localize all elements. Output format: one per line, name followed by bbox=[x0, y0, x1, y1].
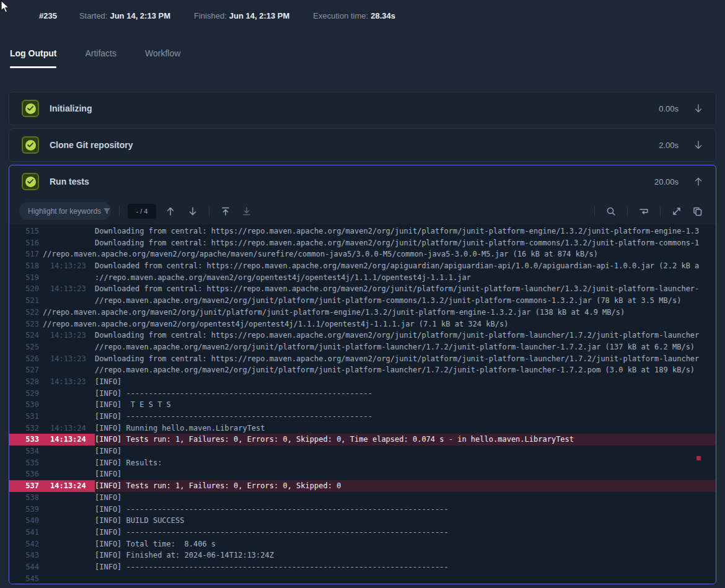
log-line-timestamp: 14:13:24 bbox=[39, 480, 95, 492]
log-line: 519://repo.maven.apache.org/maven2/org/o… bbox=[9, 272, 716, 284]
log-line-timestamp: 14:13:24 bbox=[39, 423, 95, 434]
log-line-timestamp bbox=[39, 538, 95, 550]
log-line-text: [INFO] bbox=[95, 468, 121, 480]
log-line-text: //repo.maven.apache.org/maven2/org/apach… bbox=[39, 248, 598, 260]
chevron-up-icon[interactable] bbox=[693, 177, 703, 186]
tab-artifacts[interactable]: Artifacts bbox=[85, 48, 116, 68]
search-icon[interactable] bbox=[603, 203, 619, 219]
build-execution-time: Execution time:28.34s bbox=[313, 11, 395, 20]
step-initializing-header[interactable]: Initializing 0.00s bbox=[9, 92, 716, 125]
log-line-timestamp bbox=[39, 468, 95, 480]
word-wrap-icon[interactable] bbox=[636, 203, 652, 219]
step-title: Clone Git repository bbox=[50, 140, 659, 150]
toolbar-divider bbox=[594, 206, 595, 216]
log-line-number: 541 bbox=[9, 527, 39, 538]
log-line: 517//repo.maven.apache.org/maven2/org/ap… bbox=[9, 248, 716, 260]
log-line: 52414:13:23Downloading from central: htt… bbox=[9, 330, 716, 341]
log-line-text: [INFO] Tests run: 1, Failures: 0, Errors… bbox=[95, 480, 341, 492]
log-line-timestamp bbox=[39, 445, 95, 457]
log-line-timestamp bbox=[39, 341, 95, 353]
build-header: #235 Started:Jun 14, 2:13 PM Finished:Ju… bbox=[39, 11, 419, 20]
tab-workflow[interactable]: Workflow bbox=[145, 48, 180, 68]
log-line-timestamp bbox=[39, 550, 95, 561]
log-line-number: 521 bbox=[9, 295, 39, 307]
filter-funnel-icon[interactable] bbox=[101, 206, 112, 217]
log-line-text: Downloading from central: https://repo.m… bbox=[95, 237, 699, 249]
step-run-tests-header[interactable]: Run tests 20.00s bbox=[9, 165, 716, 198]
log-line-number: 532 bbox=[9, 423, 39, 434]
log-line: 543[INFO] Finished at: 2024-06-14T12:13:… bbox=[9, 550, 716, 561]
chevron-down-icon[interactable] bbox=[693, 140, 703, 150]
toolbar-divider bbox=[660, 206, 661, 216]
log-line-text: //repo.maven.apache.org/maven2/org/opent… bbox=[39, 318, 508, 330]
log-line-timestamp bbox=[39, 527, 95, 538]
log-line-timestamp bbox=[39, 364, 95, 376]
previous-match-icon[interactable] bbox=[162, 203, 178, 219]
log-line-number: 536 bbox=[9, 468, 39, 480]
scroll-to-bottom-icon[interactable] bbox=[239, 203, 255, 219]
log-line-timestamp bbox=[39, 515, 95, 527]
success-check-icon bbox=[22, 100, 39, 117]
log-line: 53314:13:24[INFO] Tests run: 1, Failures… bbox=[9, 434, 716, 445]
log-line-number: 539 bbox=[9, 504, 39, 516]
log-toolbar: Highlight for keywords - / 4 bbox=[9, 198, 716, 224]
log-line: 534[INFO] bbox=[9, 445, 716, 457]
highlight-keywords-placeholder: Highlight for keywords bbox=[28, 207, 101, 216]
tab-log-output[interactable]: Log Output bbox=[10, 48, 56, 68]
log-line-number: 533 bbox=[9, 434, 39, 445]
log-line: 53214:13:24[INFO] Running hello.maven.Li… bbox=[9, 423, 716, 434]
step-title: Initializing bbox=[50, 103, 659, 113]
log-line: 540[INFO] BUILD SUCCESS bbox=[9, 515, 716, 527]
log-lines: 515Downloading from central: https://rep… bbox=[9, 226, 716, 584]
log-line-text: [INFO] Total time: 8.406 s bbox=[95, 538, 216, 550]
log-line-timestamp bbox=[39, 237, 95, 249]
log-line-number: 524 bbox=[9, 330, 39, 341]
log-line-text: [INFO] ---------------------------------… bbox=[95, 527, 449, 538]
copy-icon[interactable] bbox=[690, 203, 706, 219]
log-line: 527//repo.maven.apache.org/maven2/org/ju… bbox=[9, 364, 716, 376]
tab-bar: Log Output Artifacts Workflow bbox=[10, 48, 209, 68]
log-line-text: Downloaded from central: https://repo.ma… bbox=[95, 260, 699, 272]
log-line-number: 527 bbox=[9, 364, 39, 376]
log-line-number: 529 bbox=[9, 388, 39, 400]
log-line: 539[INFO] ------------------------------… bbox=[9, 504, 716, 516]
log-line: 529[INFO] ------------------------------… bbox=[9, 388, 716, 400]
log-line-text: Downloading from central: https://repo.m… bbox=[95, 353, 699, 365]
log-line-text: [INFO] T E S T S bbox=[95, 399, 171, 411]
log-line-timestamp bbox=[39, 492, 95, 504]
log-line: 536[INFO] bbox=[9, 468, 716, 480]
chevron-down-icon[interactable] bbox=[693, 103, 703, 113]
log-line-text: Downloading from central: https://repo.m… bbox=[95, 226, 699, 237]
log-line-text: [INFO] ---------------------------------… bbox=[95, 504, 449, 516]
log-line-timestamp bbox=[39, 399, 95, 411]
log-line-text: [INFO] BUILD SUCCESS bbox=[95, 515, 185, 527]
log-line: 515Downloading from central: https://rep… bbox=[9, 226, 716, 237]
log-line-text: [INFO] bbox=[95, 492, 121, 504]
log-line-timestamp: 14:13:23 bbox=[39, 353, 95, 365]
log-line-number: 515 bbox=[9, 226, 39, 237]
step-duration: 20.00s bbox=[654, 177, 679, 186]
success-check-icon bbox=[22, 173, 39, 190]
log-line-number: 517 bbox=[9, 248, 39, 260]
log-line-number: 518 bbox=[9, 260, 39, 272]
log-line: 542[INFO] Total time: 8.406 s bbox=[9, 538, 716, 550]
expand-fullscreen-icon[interactable] bbox=[669, 203, 685, 219]
highlight-keywords-input[interactable]: Highlight for keywords bbox=[19, 202, 111, 220]
log-line-text: [INFO] ---------------------------------… bbox=[95, 388, 372, 400]
log-line-text: [INFO] ---------------------------------… bbox=[95, 561, 449, 573]
log-line-number: 520 bbox=[9, 283, 39, 295]
log-line: 538[INFO] bbox=[9, 492, 716, 504]
step-clone-git-header[interactable]: Clone Git repository 2.00s bbox=[9, 129, 716, 161]
log-line-text: //repo.maven.apache.org/maven2/org/junit… bbox=[95, 295, 681, 307]
scroll-to-top-icon[interactable] bbox=[218, 203, 234, 219]
log-line-timestamp: 14:13:23 bbox=[39, 330, 95, 341]
log-line: 51814:13:23Downloaded from central: http… bbox=[9, 260, 716, 272]
next-match-icon[interactable] bbox=[185, 203, 201, 219]
log-line-timestamp: 14:13:23 bbox=[39, 376, 95, 388]
log-line: 544[INFO] ------------------------------… bbox=[9, 561, 716, 573]
log-line-number: 545 bbox=[9, 573, 39, 584]
match-counter[interactable]: - / 4 bbox=[128, 204, 156, 219]
step-initializing: Initializing 0.00s bbox=[9, 92, 716, 125]
log-line: 522//repo.maven.apache.org/maven2/org/ju… bbox=[9, 307, 716, 318]
log-output-area[interactable]: 515Downloading from central: https://rep… bbox=[9, 224, 716, 584]
